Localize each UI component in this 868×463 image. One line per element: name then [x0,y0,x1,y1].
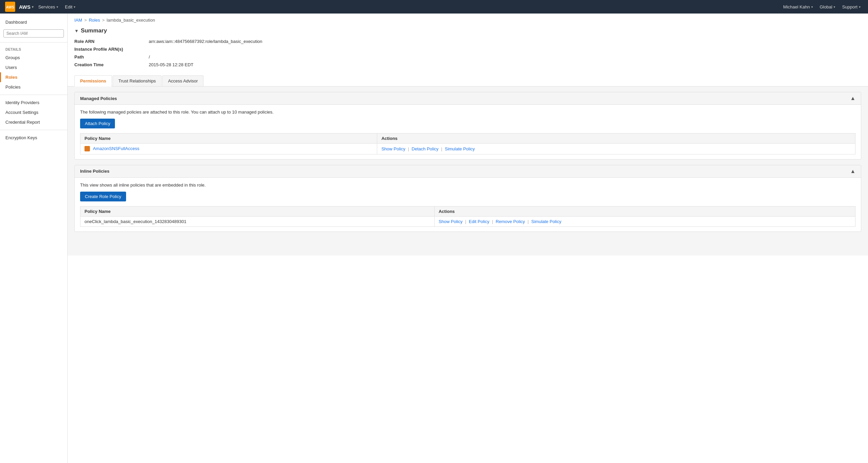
role-arn-value: arn:aws:iam::484756687392:role/lambda_ba… [149,39,262,44]
tabs: Permissions Trust Relationships Access A… [74,75,861,86]
breadcrumb-iam-link[interactable]: IAM [74,18,82,23]
managed-policies-collapse-icon: ▲ [850,96,855,101]
tab-permissions[interactable]: Permissions [74,75,112,87]
nav-right: Michael Kahn ▾ Global ▾ Support ▾ [780,0,864,14]
inline-policies-col-name: Policy Name [80,206,435,216]
breadcrumb-sep-1: > [84,18,87,23]
inline-policies-table-header-row: Policy Name Actions [80,206,855,216]
inline-policy-actions-cell: Show Policy | Edit Policy | Remove Polic… [434,216,855,226]
aws-logo-icon: AWS [4,1,16,13]
sidebar-item-roles[interactable]: Roles [0,72,67,82]
inline-policies-section: Inline Policies ▲ This view shows all in… [74,165,861,232]
simulate-policy-link-2[interactable]: Simulate Policy [531,219,561,224]
instance-profile-label: Instance Profile ARN(s) [74,47,149,52]
inline-policies-collapse-icon: ▲ [850,169,855,174]
tab-access-advisor[interactable]: Access Advisor [162,75,203,86]
tabs-container: Permissions Trust Relationships Access A… [68,75,868,87]
sns-icon [85,146,90,151]
nav-edit-label: Edit [65,4,72,9]
creation-time-value: 2015-05-28 12:28 EDT [149,62,193,67]
show-policy-link-1[interactable]: Show Policy [381,146,405,151]
managed-policies-col-actions: Actions [377,133,855,144]
summary-table: Role ARN arn:aws:iam::484756687392:role/… [68,38,868,75]
summary-row-arn: Role ARN arn:aws:iam::484756687392:role/… [74,38,861,45]
breadcrumb-roles-link[interactable]: Roles [89,18,100,23]
action-sep-3: | [465,219,466,224]
remove-policy-link-1[interactable]: Remove Policy [496,219,525,224]
action-sep-1: | [408,146,409,151]
managed-policies-table-header-row: Policy Name Actions [80,133,855,144]
detach-policy-link-1[interactable]: Detach Policy [412,146,438,151]
inline-policy-name-cell: oneClick_lambda_basic_execution_14328304… [80,216,435,226]
nav-region[interactable]: Global ▾ [816,0,839,14]
nav-services-label: Services [38,4,55,9]
sidebar-details-label: Details [0,45,67,53]
managed-policies-title: Managed Policies [80,96,117,101]
simulate-policy-link-1[interactable]: Simulate Policy [445,146,475,151]
svg-text:AWS: AWS [6,5,14,9]
managed-policies-description: The following managed policies are attac… [80,109,855,115]
create-role-policy-button[interactable]: Create Role Policy [80,192,126,201]
role-arn-label: Role ARN [74,39,149,44]
sidebar-item-policies[interactable]: Policies [0,82,67,92]
sidebar-divider-2 [0,95,67,95]
nav-services[interactable]: Services ▾ [35,0,62,14]
summary-row-path: Path / [74,53,861,61]
inline-policies-title: Inline Policies [80,169,110,174]
aws-brand-chevron-icon: ▾ [32,5,33,9]
summary-collapse-icon: ▼ [74,28,79,33]
inline-policies-body: This view shows all inline policies that… [75,178,861,232]
nav-support-label: Support [842,4,858,9]
managed-policies-header[interactable]: Managed Policies ▲ [75,92,861,105]
managed-policy-name-link[interactable]: AmazonSNSFullAccess [93,146,139,151]
sidebar-item-groups[interactable]: Groups [0,53,67,63]
managed-policies-section: Managed Policies ▲ The following managed… [74,92,861,160]
path-value: / [149,54,150,59]
summary-header: ▼ Summary [68,25,868,38]
managed-policies-table: Policy Name Actions AmazonSNSFullAccess [80,133,855,154]
table-row: oneClick_lambda_basic_execution_14328304… [80,216,855,226]
sidebar-item-account-settings[interactable]: Account Settings [0,107,67,117]
sidebar-item-users[interactable]: Users [0,63,67,72]
sidebar-item-credential-report[interactable]: Credential Report [0,117,67,127]
edit-policy-link-1[interactable]: Edit Policy [469,219,489,224]
nav-edit[interactable]: Edit ▾ [62,0,79,14]
managed-policies-body: The following managed policies are attac… [75,105,861,159]
services-chevron-icon: ▾ [56,5,58,9]
table-row: AmazonSNSFullAccess Show Policy | Detach… [80,144,855,154]
summary-title: Summary [81,27,107,34]
aws-brand[interactable]: AWS ▾ [19,4,33,10]
edit-chevron-icon: ▾ [74,5,75,9]
sidebar-item-identity-providers[interactable]: Identity Providers [0,98,67,107]
support-chevron-icon: ▾ [859,5,861,9]
managed-policies-col-name: Policy Name [80,133,377,144]
user-chevron-icon: ▾ [811,5,813,9]
attach-policy-button[interactable]: Attach Policy [80,119,115,128]
nav-user-label: Michael Kahn [783,4,810,9]
action-sep-2: | [441,146,442,151]
sidebar-item-dashboard[interactable]: Dashboard [0,17,67,27]
tab-trust-relationships[interactable]: Trust Relationships [113,75,162,86]
creation-time-label: Creation Time [74,62,149,67]
panels-area: Managed Policies ▲ The following managed… [68,87,868,255]
show-policy-link-2[interactable]: Show Policy [439,219,463,224]
path-label: Path [74,54,149,59]
sidebar-item-encryption-keys[interactable]: Encryption Keys [0,133,67,143]
nav-region-label: Global [820,4,833,9]
inline-policies-description: This view shows all inline policies that… [80,182,855,188]
summary-toggle[interactable]: ▼ Summary [74,27,107,34]
action-sep-4: | [492,219,493,224]
managed-policy-actions-cell: Show Policy | Detach Policy | Simulate P… [377,144,855,154]
summary-row-creation-time: Creation Time 2015-05-28 12:28 EDT [74,61,861,69]
nav-support[interactable]: Support ▾ [839,0,864,14]
inline-policies-table: Policy Name Actions oneClick_lambda_basi… [80,206,855,227]
breadcrumb-sep-2: > [102,18,105,23]
managed-policy-name-cell: AmazonSNSFullAccess [80,144,377,154]
breadcrumb: IAM > Roles > lambda_basic_execution [68,14,868,25]
search-input[interactable] [3,29,64,38]
sidebar-dashboard-label: Dashboard [5,20,27,25]
top-nav: AWS AWS ▾ Services ▾ Edit ▾ Michael Kahn… [0,0,868,14]
nav-user[interactable]: Michael Kahn ▾ [780,0,816,14]
inline-policies-col-actions: Actions [434,206,855,216]
inline-policies-header[interactable]: Inline Policies ▲ [75,165,861,178]
